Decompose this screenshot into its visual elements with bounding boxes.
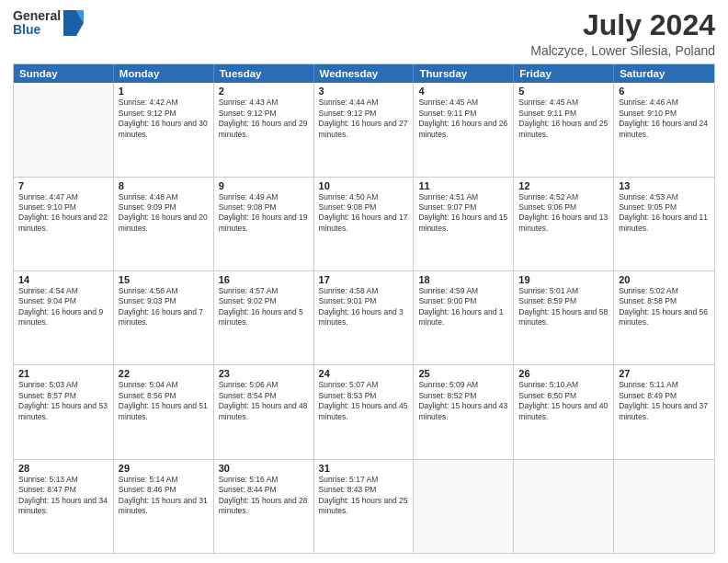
day-number: 10 bbox=[319, 180, 409, 191]
day-number: 16 bbox=[219, 274, 309, 285]
day-number: 21 bbox=[18, 368, 108, 379]
day-number: 14 bbox=[18, 274, 108, 285]
calendar-cell-4-2: 30Sunrise: 5:16 AM Sunset: 8:44 PM Dayli… bbox=[214, 460, 314, 553]
day-info: Sunrise: 4:47 AM Sunset: 9:10 PM Dayligh… bbox=[18, 192, 108, 235]
day-info: Sunrise: 4:54 AM Sunset: 9:04 PM Dayligh… bbox=[18, 286, 108, 328]
calendar-cell-3-3: 24Sunrise: 5:07 AM Sunset: 8:53 PM Dayli… bbox=[314, 365, 415, 458]
calendar-cell-2-5: 19Sunrise: 5:01 AM Sunset: 8:59 PM Dayli… bbox=[514, 271, 614, 364]
calendar-cell-4-1: 29Sunrise: 5:14 AM Sunset: 8:46 PM Dayli… bbox=[114, 460, 214, 553]
calendar-cell-4-5 bbox=[514, 460, 614, 553]
day-info: Sunrise: 4:48 AM Sunset: 9:09 PM Dayligh… bbox=[119, 192, 209, 235]
calendar-row-4: 28Sunrise: 5:13 AM Sunset: 8:47 PM Dayli… bbox=[14, 459, 714, 553]
calendar-cell-2-3: 17Sunrise: 4:58 AM Sunset: 9:01 PM Dayli… bbox=[314, 271, 415, 364]
calendar-cell-2-4: 18Sunrise: 4:59 AM Sunset: 9:00 PM Dayli… bbox=[414, 271, 514, 364]
day-number: 9 bbox=[219, 180, 309, 191]
day-info: Sunrise: 5:04 AM Sunset: 8:56 PM Dayligh… bbox=[119, 380, 209, 422]
day-number: 31 bbox=[319, 463, 409, 474]
day-number: 1 bbox=[119, 86, 209, 97]
day-info: Sunrise: 4:58 AM Sunset: 9:01 PM Dayligh… bbox=[319, 286, 409, 328]
calendar-row-2: 14Sunrise: 4:54 AM Sunset: 9:04 PM Dayli… bbox=[14, 270, 714, 364]
day-info: Sunrise: 5:02 AM Sunset: 8:58 PM Dayligh… bbox=[619, 286, 710, 328]
logo-icon bbox=[63, 10, 84, 36]
day-number: 18 bbox=[418, 274, 508, 285]
calendar-cell-0-3: 3Sunrise: 4:44 AM Sunset: 9:12 PM Daylig… bbox=[314, 83, 415, 176]
day-number: 24 bbox=[319, 368, 409, 379]
calendar-cell-0-0 bbox=[14, 83, 114, 176]
day-info: Sunrise: 4:51 AM Sunset: 9:07 PM Dayligh… bbox=[418, 192, 508, 235]
calendar-cell-0-2: 2Sunrise: 4:43 AM Sunset: 9:12 PM Daylig… bbox=[214, 83, 314, 176]
calendar-cell-1-4: 11Sunrise: 4:51 AM Sunset: 9:07 PM Dayli… bbox=[414, 178, 514, 270]
day-number: 25 bbox=[418, 368, 508, 379]
day-info: Sunrise: 5:01 AM Sunset: 8:59 PM Dayligh… bbox=[518, 286, 609, 328]
calendar-cell-2-6: 20Sunrise: 5:02 AM Sunset: 8:58 PM Dayli… bbox=[614, 271, 714, 364]
day-info: Sunrise: 4:42 AM Sunset: 9:12 PM Dayligh… bbox=[119, 98, 209, 140]
day-info: Sunrise: 4:50 AM Sunset: 9:08 PM Dayligh… bbox=[319, 192, 409, 235]
day-info: Sunrise: 4:46 AM Sunset: 9:10 PM Dayligh… bbox=[619, 98, 710, 140]
day-number: 23 bbox=[219, 368, 309, 379]
day-info: Sunrise: 4:49 AM Sunset: 9:08 PM Dayligh… bbox=[219, 192, 309, 235]
day-info: Sunrise: 5:11 AM Sunset: 8:49 PM Dayligh… bbox=[619, 380, 710, 422]
day-number: 6 bbox=[619, 86, 710, 97]
title-month: July 2024 bbox=[530, 9, 715, 41]
day-number: 4 bbox=[418, 86, 508, 97]
day-info: Sunrise: 5:03 AM Sunset: 8:57 PM Dayligh… bbox=[18, 380, 108, 422]
day-number: 5 bbox=[518, 86, 609, 97]
day-info: Sunrise: 4:53 AM Sunset: 9:05 PM Dayligh… bbox=[619, 192, 710, 235]
calendar-header: Sunday Monday Tuesday Wednesday Thursday… bbox=[14, 64, 714, 83]
calendar-row-0: 1Sunrise: 4:42 AM Sunset: 9:12 PM Daylig… bbox=[14, 83, 714, 176]
day-info: Sunrise: 4:52 AM Sunset: 9:06 PM Dayligh… bbox=[518, 192, 609, 235]
day-number: 11 bbox=[418, 180, 508, 191]
calendar-cell-2-1: 15Sunrise: 4:56 AM Sunset: 9:03 PM Dayli… bbox=[114, 271, 214, 364]
header: General Blue July 2024 Malczyce, Lower S… bbox=[13, 9, 715, 58]
day-info: Sunrise: 5:16 AM Sunset: 8:44 PM Dayligh… bbox=[219, 475, 309, 517]
day-number: 2 bbox=[219, 86, 309, 97]
day-number: 29 bbox=[119, 463, 209, 474]
calendar-cell-3-1: 22Sunrise: 5:04 AM Sunset: 8:56 PM Dayli… bbox=[114, 365, 214, 458]
day-number: 8 bbox=[119, 180, 209, 191]
day-number: 30 bbox=[219, 463, 309, 474]
calendar-cell-0-5: 5Sunrise: 4:45 AM Sunset: 9:11 PM Daylig… bbox=[514, 83, 614, 176]
day-info: Sunrise: 5:07 AM Sunset: 8:53 PM Dayligh… bbox=[319, 380, 409, 422]
logo-general: General bbox=[13, 9, 61, 23]
calendar-cell-4-4 bbox=[414, 460, 514, 553]
calendar-cell-1-0: 7Sunrise: 4:47 AM Sunset: 9:10 PM Daylig… bbox=[14, 178, 114, 270]
day-info: Sunrise: 4:59 AM Sunset: 9:00 PM Dayligh… bbox=[418, 286, 508, 328]
day-number: 17 bbox=[319, 274, 409, 285]
header-sunday: Sunday bbox=[14, 64, 114, 83]
day-number: 28 bbox=[18, 463, 108, 474]
calendar-row-1: 7Sunrise: 4:47 AM Sunset: 9:10 PM Daylig… bbox=[14, 177, 714, 270]
day-number: 27 bbox=[619, 368, 710, 379]
calendar-cell-1-1: 8Sunrise: 4:48 AM Sunset: 9:09 PM Daylig… bbox=[114, 178, 214, 270]
calendar-cell-1-5: 12Sunrise: 4:52 AM Sunset: 9:06 PM Dayli… bbox=[514, 178, 614, 270]
header-saturday: Saturday bbox=[614, 64, 714, 83]
day-info: Sunrise: 4:45 AM Sunset: 9:11 PM Dayligh… bbox=[418, 98, 508, 140]
day-info: Sunrise: 4:44 AM Sunset: 9:12 PM Dayligh… bbox=[319, 98, 409, 140]
day-number: 7 bbox=[18, 180, 108, 191]
day-info: Sunrise: 5:17 AM Sunset: 8:43 PM Dayligh… bbox=[319, 475, 409, 517]
calendar-cell-4-0: 28Sunrise: 5:13 AM Sunset: 8:47 PM Dayli… bbox=[14, 460, 114, 553]
day-info: Sunrise: 4:45 AM Sunset: 9:11 PM Dayligh… bbox=[518, 98, 609, 140]
day-number: 12 bbox=[518, 180, 609, 191]
calendar-body: 1Sunrise: 4:42 AM Sunset: 9:12 PM Daylig… bbox=[14, 83, 714, 553]
day-number: 15 bbox=[119, 274, 209, 285]
calendar-cell-2-2: 16Sunrise: 4:57 AM Sunset: 9:02 PM Dayli… bbox=[214, 271, 314, 364]
day-number: 19 bbox=[518, 274, 609, 285]
logo-blue: Blue bbox=[13, 23, 61, 37]
calendar: Sunday Monday Tuesday Wednesday Thursday… bbox=[13, 63, 715, 554]
calendar-cell-0-6: 6Sunrise: 4:46 AM Sunset: 9:10 PM Daylig… bbox=[614, 83, 714, 176]
calendar-cell-4-3: 31Sunrise: 5:17 AM Sunset: 8:43 PM Dayli… bbox=[314, 460, 415, 553]
calendar-cell-2-0: 14Sunrise: 4:54 AM Sunset: 9:04 PM Dayli… bbox=[14, 271, 114, 364]
day-info: Sunrise: 5:10 AM Sunset: 8:50 PM Dayligh… bbox=[518, 380, 609, 422]
calendar-cell-4-6 bbox=[614, 460, 714, 553]
day-number: 20 bbox=[619, 274, 710, 285]
day-info: Sunrise: 5:09 AM Sunset: 8:52 PM Dayligh… bbox=[418, 380, 508, 422]
calendar-cell-1-6: 13Sunrise: 4:53 AM Sunset: 9:05 PM Dayli… bbox=[614, 178, 714, 270]
day-number: 22 bbox=[119, 368, 209, 379]
calendar-cell-3-2: 23Sunrise: 5:06 AM Sunset: 8:54 PM Dayli… bbox=[214, 365, 314, 458]
page: General Blue July 2024 Malczyce, Lower S… bbox=[0, 0, 728, 563]
calendar-cell-3-4: 25Sunrise: 5:09 AM Sunset: 8:52 PM Dayli… bbox=[414, 365, 514, 458]
calendar-cell-3-0: 21Sunrise: 5:03 AM Sunset: 8:57 PM Dayli… bbox=[14, 365, 114, 458]
calendar-cell-3-5: 26Sunrise: 5:10 AM Sunset: 8:50 PM Dayli… bbox=[514, 365, 614, 458]
day-number: 26 bbox=[518, 368, 609, 379]
header-tuesday: Tuesday bbox=[214, 64, 314, 83]
